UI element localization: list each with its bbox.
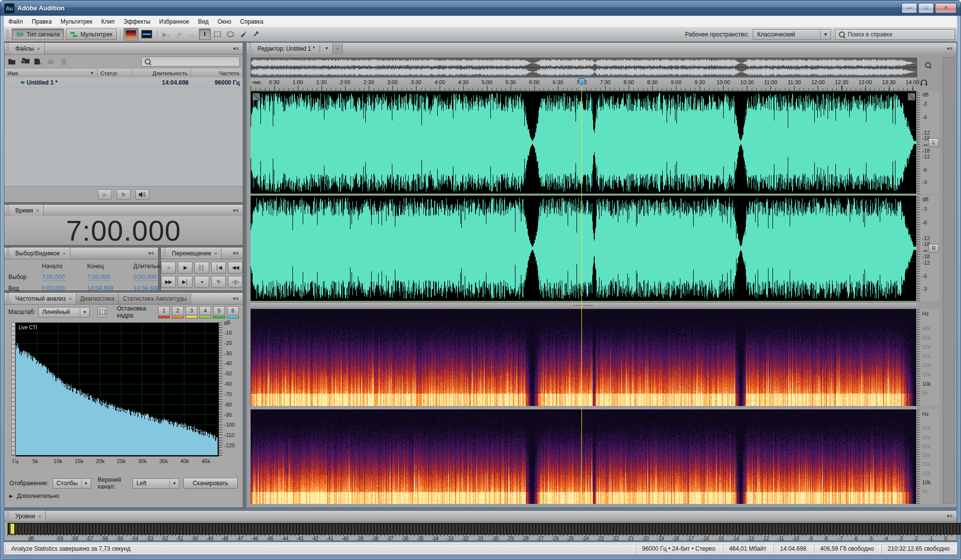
spectrogram-right-channel[interactable] xyxy=(251,409,916,504)
help-search-input[interactable]: Поиск в справке xyxy=(835,29,955,40)
loop-button[interactable]: ↻ xyxy=(211,276,226,288)
menu-Окно[interactable]: Окно xyxy=(213,16,236,27)
tab-editor[interactable]: Редактор: Untitled 1 * │ ▼ xyxy=(254,43,333,54)
panel-menu-icon[interactable]: ▾≡ xyxy=(943,511,957,521)
column-rate[interactable]: Частота xyxy=(191,68,243,78)
workspace-select[interactable]: Классический ▼ xyxy=(753,29,831,40)
delete-icon[interactable] xyxy=(59,57,68,66)
panel-menu-icon[interactable]: ▾≡ xyxy=(229,293,243,304)
spectral-display-button[interactable] xyxy=(124,28,138,40)
close-icon[interactable]: × xyxy=(37,46,40,52)
paintbrush-tool[interactable] xyxy=(237,29,249,40)
menu-Правка[interactable]: Правка xyxy=(28,16,57,27)
time-value-link[interactable]: 0:00.000 xyxy=(42,285,65,292)
close-icon[interactable]: × xyxy=(336,46,339,52)
stretch-tool-icon[interactable]: ↔ xyxy=(186,29,198,40)
waveform-display-button[interactable] xyxy=(139,28,154,40)
advanced-expander[interactable]: ▶ Дополнительно xyxy=(9,493,59,499)
waveform-left-channel[interactable] xyxy=(251,91,916,194)
hold-frame-button-2[interactable]: 2 xyxy=(172,306,184,315)
tab-frequency-analysis[interactable]: Частотный анализ× xyxy=(11,293,76,304)
level-meter[interactable] xyxy=(7,523,961,535)
transport-panel-grip[interactable] xyxy=(163,248,166,255)
tab-selection-view[interactable]: Выбор/Видимое× xyxy=(11,248,70,259)
go-to-start-button[interactable]: │◀ xyxy=(211,262,226,274)
files-search-input[interactable] xyxy=(141,57,240,66)
time-value-link[interactable]: 14:04.698 xyxy=(133,285,160,292)
record-button[interactable]: ● xyxy=(194,276,209,288)
insert-into-multitrack-icon[interactable] xyxy=(46,57,56,66)
right-channel-button[interactable]: R xyxy=(929,244,939,253)
editor-tab-close[interactable]: × xyxy=(333,43,342,54)
pause-button[interactable]: ▌▌ xyxy=(194,262,209,274)
menu-Вид[interactable]: Вид xyxy=(193,16,213,27)
close-icon[interactable]: × xyxy=(63,250,65,256)
channel-corner-icon[interactable] xyxy=(908,93,915,100)
selection-panel-grip[interactable] xyxy=(6,248,9,255)
menu-Избранное[interactable]: Избранное xyxy=(155,16,193,27)
multitrack-button[interactable]: Мультитрек xyxy=(66,29,116,40)
view-splitter[interactable]: •••••••• xyxy=(251,302,916,309)
open-file-icon[interactable] xyxy=(7,57,17,66)
new-file-icon[interactable] xyxy=(33,57,43,66)
close-icon[interactable]: × xyxy=(68,296,71,302)
overview-strip[interactable] xyxy=(251,58,917,77)
close-button[interactable]: × xyxy=(935,3,957,13)
spectrogram-left-channel[interactable] xyxy=(251,309,916,406)
hold-frame-button-4[interactable]: 4 xyxy=(199,306,211,315)
frequency-plot[interactable]: Live CTI xyxy=(15,322,219,457)
hold-frame-button-3[interactable]: 3 xyxy=(186,306,197,315)
fast-forward-button[interactable]: ▶▶ xyxy=(161,276,176,288)
menu-Эффекты[interactable]: Эффекты xyxy=(119,16,155,27)
time-panel-grip[interactable] xyxy=(6,205,9,213)
channel-corner-icon[interactable] xyxy=(253,93,260,100)
tab-files[interactable]: Файлы× xyxy=(11,43,45,54)
time-value-link[interactable]: 7:00.000 xyxy=(42,274,65,281)
tab-amplitude-statistics[interactable]: Статистика Амплитуды xyxy=(119,293,191,304)
rewind-button[interactable]: ◀◀ xyxy=(228,262,243,274)
import-file-icon[interactable] xyxy=(20,57,30,66)
toolbar-grip[interactable] xyxy=(6,29,9,39)
tab-levels[interactable]: Уровни× xyxy=(11,511,46,521)
time-value-link[interactable]: 0:00.000 xyxy=(133,274,157,281)
freq-panel-grip[interactable] xyxy=(6,293,9,301)
scale-select[interactable]: Линейный▼ xyxy=(38,307,90,317)
hold-frame-button-6[interactable]: 6 xyxy=(227,306,239,315)
menu-Справка[interactable]: Справка xyxy=(236,16,268,27)
time-selection-tool[interactable]: I xyxy=(199,29,211,40)
move-tool-icon[interactable]: ▶₊ xyxy=(160,29,172,40)
waveform-right-channel[interactable] xyxy=(251,195,916,301)
stop-button[interactable]: ■ xyxy=(161,262,176,274)
auto-play-button[interactable] xyxy=(135,189,149,200)
vertical-zoom-strip[interactable] xyxy=(943,57,955,503)
files-panel-grip[interactable] xyxy=(6,43,9,51)
tab-time[interactable]: Время× xyxy=(11,205,44,216)
levels-panel-grip[interactable] xyxy=(6,511,9,518)
scan-button[interactable]: Сканировать xyxy=(183,478,238,489)
close-icon[interactable]: × xyxy=(36,208,39,214)
minimize-button[interactable]: — xyxy=(901,3,917,13)
close-icon[interactable]: × xyxy=(214,250,217,256)
column-status[interactable]: Статус xyxy=(97,68,132,78)
column-name[interactable]: Имя▼ xyxy=(4,68,97,78)
time-value-link[interactable]: 14:04.698 xyxy=(87,285,113,292)
menu-Файл[interactable]: Файл xyxy=(4,16,28,27)
copy-graph-button[interactable] xyxy=(97,307,107,317)
file-row[interactable]: ⇼Untitled 1 * 14:04.698 96000 Гц xyxy=(4,77,243,88)
column-duration[interactable]: Длительность xyxy=(132,68,191,78)
top-channel-select[interactable]: Left▼ xyxy=(132,478,179,489)
menu-Мультитрек[interactable]: Мультитрек xyxy=(56,16,96,27)
panel-menu-icon[interactable]: ▾≡ xyxy=(943,43,957,54)
preview-play-button[interactable]: ▶ xyxy=(98,189,112,200)
chevron-down-icon[interactable]: ▼ xyxy=(325,46,329,51)
panel-menu-icon[interactable]: ▾≡ xyxy=(229,248,243,259)
play-button[interactable]: ▶ xyxy=(178,262,192,274)
editor-panel-grip[interactable] xyxy=(249,43,252,51)
go-to-end-button[interactable]: ▶│ xyxy=(178,276,192,288)
lasso-selection-tool[interactable] xyxy=(224,29,236,40)
tab-transport[interactable]: Перемещение× xyxy=(168,248,222,259)
hold-frame-button-5[interactable]: 5 xyxy=(213,306,225,315)
hold-frame-button-1[interactable]: 1 xyxy=(158,306,170,315)
waveform-view-button[interactable]: Тип сигнала xyxy=(12,29,64,40)
menu-Клип[interactable]: Клип xyxy=(97,16,119,27)
